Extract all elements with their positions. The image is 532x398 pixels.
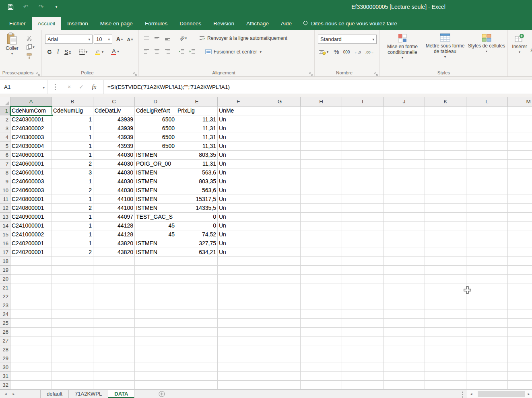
cell-G26[interactable] (259, 328, 301, 336)
cell-J32[interactable] (384, 381, 425, 390)
cell-H20[interactable] (301, 275, 342, 283)
row-header-18[interactable]: 18 (0, 257, 10, 266)
cell-E8[interactable]: 563,6 (176, 168, 218, 177)
cell-C29[interactable] (93, 354, 135, 363)
tell-me-box[interactable]: Dites-nous ce que vous voulez faire (298, 17, 402, 30)
cell-G2[interactable] (259, 115, 301, 124)
column-header-I[interactable]: I (342, 97, 384, 107)
cell-A1[interactable]: CdeNumCom (10, 107, 52, 115)
cell-I18[interactable] (342, 257, 384, 266)
cell-M7[interactable] (508, 160, 532, 168)
cell-D16[interactable]: ISTMEN (135, 239, 176, 248)
cell-I4[interactable] (342, 133, 384, 142)
cell-A30[interactable] (10, 363, 52, 372)
cell-I19[interactable] (342, 266, 384, 275)
cell-L8[interactable] (466, 168, 508, 177)
cell-D14[interactable]: 45 (135, 222, 176, 230)
cell-G31[interactable] (259, 372, 301, 381)
paste-button[interactable]: Coller ▾ (2, 33, 22, 55)
cell-K17[interactable] (425, 248, 466, 257)
cell-G32[interactable] (259, 381, 301, 390)
cell-J15[interactable] (384, 230, 425, 239)
cell-J4[interactable] (384, 133, 425, 142)
sheet-tab-71a2kwpl[interactable]: 71A2KWPL (69, 390, 108, 398)
column-header-A[interactable]: A (10, 97, 52, 107)
cell-L20[interactable] (466, 275, 508, 283)
cell-E21[interactable] (176, 283, 218, 292)
cell-H21[interactable] (301, 283, 342, 292)
cell-L1[interactable] (466, 107, 508, 115)
row-header-21[interactable]: 21 (0, 283, 10, 292)
cell-E24[interactable] (176, 310, 218, 319)
cell-K25[interactable] (425, 319, 466, 328)
column-header-M[interactable]: M (508, 97, 532, 107)
cell-G9[interactable] (259, 177, 301, 186)
cell-I5[interactable] (342, 142, 384, 151)
row-header-20[interactable]: 20 (0, 275, 10, 283)
cell-I28[interactable] (342, 345, 384, 354)
cell-A3[interactable]: C240300002 (10, 124, 52, 133)
cell-K32[interactable] (425, 381, 466, 390)
cell-G13[interactable] (259, 213, 301, 222)
row-header-10[interactable]: 10 (0, 186, 10, 195)
cell-D2[interactable]: 6500 (135, 115, 176, 124)
cell-I30[interactable] (342, 363, 384, 372)
cell-A23[interactable] (10, 301, 52, 310)
cell-L29[interactable] (466, 354, 508, 363)
cell-B4[interactable]: 1 (52, 133, 93, 142)
cell-K15[interactable] (425, 230, 466, 239)
cell-L12[interactable] (466, 204, 508, 213)
row-header-24[interactable]: 24 (0, 310, 10, 319)
align-top-button[interactable] (142, 35, 151, 42)
cell-L27[interactable] (466, 336, 508, 345)
cell-L25[interactable] (466, 319, 508, 328)
cell-C5[interactable]: 43939 (93, 142, 135, 151)
row-header-30[interactable]: 30 (0, 363, 10, 372)
cell-M13[interactable] (508, 213, 532, 222)
cell-B16[interactable]: 1 (52, 239, 93, 248)
cell-G1[interactable] (259, 107, 301, 115)
row-header-29[interactable]: 29 (0, 354, 10, 363)
number-dialog-launcher[interactable] (374, 71, 378, 75)
cell-J22[interactable] (384, 292, 425, 301)
tab-formules[interactable]: Formules (139, 17, 173, 30)
cell-G29[interactable] (259, 354, 301, 363)
cell-styles-button[interactable]: Styles de cellules ▾ (467, 33, 506, 53)
cell-C12[interactable]: 44100 (93, 204, 135, 213)
cell-M20[interactable] (508, 275, 532, 283)
row-header-22[interactable]: 22 (0, 292, 10, 301)
cell-A9[interactable]: C240600003 (10, 177, 52, 186)
cell-L15[interactable] (466, 230, 508, 239)
cell-D30[interactable] (135, 363, 176, 372)
cell-D29[interactable] (135, 354, 176, 363)
cell-H2[interactable] (301, 115, 342, 124)
cut-button[interactable] (24, 34, 34, 41)
comma-style-button[interactable]: 000 (341, 48, 352, 55)
cell-L7[interactable] (466, 160, 508, 168)
underline-button[interactable]: S▾ (62, 48, 73, 56)
cell-A5[interactable]: C240300004 (10, 142, 52, 151)
cell-M29[interactable] (508, 354, 532, 363)
cell-B19[interactable] (52, 266, 93, 275)
cell-B12[interactable]: 2 (52, 204, 93, 213)
cell-C18[interactable] (93, 257, 135, 266)
tab-aide[interactable]: Aide (275, 17, 298, 30)
cell-K31[interactable] (425, 372, 466, 381)
cell-F19[interactable] (218, 266, 259, 275)
cell-G10[interactable] (259, 186, 301, 195)
bold-button[interactable]: G (46, 48, 53, 56)
cell-I29[interactable] (342, 354, 384, 363)
cell-A8[interactable]: C240600001 (10, 168, 52, 177)
increase-decimal-button[interactable]: ←,0 (353, 48, 363, 56)
cell-F28[interactable] (218, 345, 259, 354)
qat-customize-button[interactable]: ▾ (52, 3, 60, 11)
row-header-14[interactable]: 14 (0, 222, 10, 230)
cell-F7[interactable]: Un (218, 160, 259, 168)
cell-B24[interactable] (52, 310, 93, 319)
cell-E27[interactable] (176, 336, 218, 345)
cell-G14[interactable] (259, 222, 301, 230)
cell-J19[interactable] (384, 266, 425, 275)
cell-C25[interactable] (93, 319, 135, 328)
cell-K5[interactable] (425, 142, 466, 151)
cell-D7[interactable]: POIG_OR_00 (135, 160, 176, 168)
